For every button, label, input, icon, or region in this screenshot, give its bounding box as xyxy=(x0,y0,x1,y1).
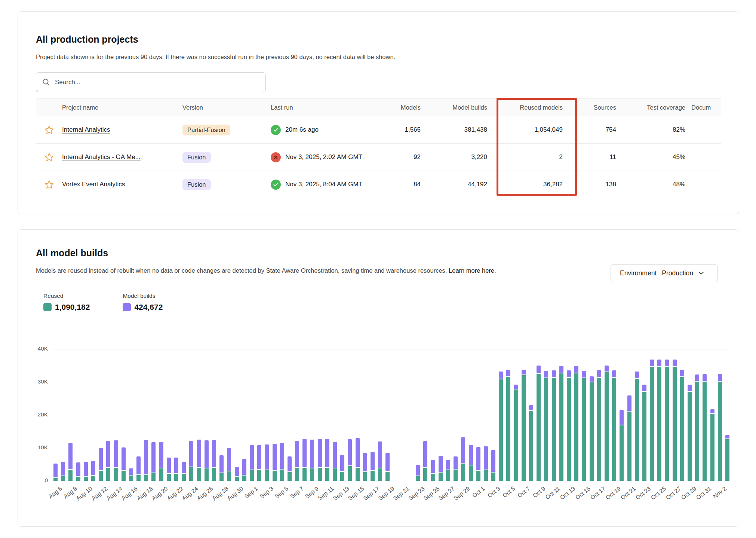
bar-segment-builds xyxy=(650,360,654,366)
bar-segment-builds xyxy=(491,450,495,472)
reused-models-count: 2 xyxy=(493,153,569,161)
bar-segment-reused xyxy=(378,468,382,481)
version-badge: Fusion xyxy=(182,152,211,163)
bar-segment-builds xyxy=(189,441,193,467)
bar-segment-reused xyxy=(227,471,231,481)
favorite-star-button[interactable] xyxy=(36,152,62,162)
reused-models-count: 36,282 xyxy=(493,181,569,188)
bar-segment-reused xyxy=(53,478,58,481)
project-search[interactable] xyxy=(36,72,266,92)
bar-segment-reused xyxy=(499,379,503,481)
bar-segment-builds xyxy=(310,440,314,468)
x-axis-tick: Aug 20 xyxy=(90,485,165,492)
bar-segment-reused xyxy=(597,378,601,481)
model-builds-count: 3,220 xyxy=(427,153,493,161)
bar-segment-builds xyxy=(612,370,616,377)
test-coverage-value: 48% xyxy=(622,181,691,188)
bar-segment-builds xyxy=(182,462,186,473)
x-axis-tick: Aug 6 xyxy=(18,485,59,492)
x-axis-tick: Sep 9 xyxy=(241,485,316,492)
bar-segment-reused xyxy=(212,468,216,481)
bar-segment-builds xyxy=(205,440,209,468)
model-builds-count: 381,438 xyxy=(427,126,493,134)
bar-segment-reused xyxy=(469,465,473,481)
sources-count: 11 xyxy=(569,153,622,161)
x-axis-tick: Aug 22 xyxy=(105,485,180,492)
favorite-star-button[interactable] xyxy=(36,180,62,190)
table-row: Vortex Event Analytics Fusion Nov 3, 202… xyxy=(36,171,721,198)
bar-segment-reused xyxy=(514,389,518,481)
bar-segment-builds xyxy=(340,455,344,471)
bar-segment-builds xyxy=(522,370,526,375)
projects-card-title: All production projects xyxy=(36,34,138,45)
x-axis-tick: Aug 8 xyxy=(18,485,74,492)
bar-segment-builds xyxy=(718,374,722,381)
model-builds-card: All model builds Models are reused inste… xyxy=(18,229,739,527)
x-axis-tick: Sep 23 xyxy=(347,485,422,492)
bar-segment-builds xyxy=(552,370,556,377)
bar-segment-builds xyxy=(242,459,246,475)
models-count: 92 xyxy=(387,153,427,161)
bar-segment-reused xyxy=(189,467,193,481)
bar-segment-builds xyxy=(136,456,141,474)
x-axis-tick: Aug 12 xyxy=(30,485,105,492)
bar-segment-reused xyxy=(567,378,571,481)
x-axis-tick: Sep 5 xyxy=(211,485,286,492)
bar-segment-reused xyxy=(348,466,352,481)
models-count: 1,565 xyxy=(387,126,427,134)
x-axis-tick: Oct 13 xyxy=(498,485,572,492)
bar-segment-reused xyxy=(703,382,707,481)
bar-segment-builds xyxy=(114,440,118,467)
bar-segment-builds xyxy=(590,376,594,382)
bar-segment-reused xyxy=(325,468,329,481)
bar-segment-builds xyxy=(250,445,254,470)
bar-segment-reused xyxy=(144,475,148,481)
bar-segment-reused xyxy=(385,472,390,481)
stacked-bar-chart: 010K20K30K40KAug 6Aug 8Aug 10Aug 12Aug 1… xyxy=(18,230,739,526)
star-icon xyxy=(44,180,54,190)
x-axis-tick: Oct 5 xyxy=(437,485,512,492)
bar-segment-reused xyxy=(688,392,692,481)
project-link[interactable]: Internal Analytics xyxy=(62,126,110,133)
bar-segment-reused xyxy=(106,468,110,481)
x-axis-tick: Oct 19 xyxy=(543,485,618,492)
col-documentation: Docum xyxy=(691,104,721,111)
bar-segment-builds xyxy=(122,447,126,470)
bar-segment-reused xyxy=(612,378,616,481)
bar-segment-reused xyxy=(491,473,495,481)
bar-segment-reused xyxy=(280,470,284,481)
bar-segment-builds xyxy=(325,439,329,467)
last-run-time: Nov 3, 2025, 2:02 AM GMT xyxy=(285,153,362,161)
bar-segment-builds xyxy=(431,460,435,473)
bar-segment-reused xyxy=(620,425,624,481)
bar-segment-builds xyxy=(235,467,239,476)
bar-segment-builds xyxy=(416,465,420,476)
table-row: Internal Analytics Partial-Fusion 20m 6s… xyxy=(36,116,721,144)
project-link[interactable]: Vortex Event Analytics xyxy=(62,181,125,188)
success-status-icon xyxy=(271,180,281,190)
bar-segment-builds xyxy=(446,460,450,470)
bar-segment-builds xyxy=(273,444,277,470)
bar-segment-builds xyxy=(499,372,503,379)
bar-segment-builds xyxy=(280,443,284,469)
search-input[interactable] xyxy=(55,79,259,86)
bar-segment-reused xyxy=(371,471,375,481)
bar-segment-builds xyxy=(680,370,684,376)
bar-segment-builds xyxy=(356,438,360,467)
bar-segment-builds xyxy=(688,385,692,391)
bar-segment-reused xyxy=(627,412,631,481)
col-sources: Sources xyxy=(569,104,622,111)
favorite-star-button[interactable] xyxy=(36,125,62,135)
bar-segment-builds xyxy=(657,360,661,366)
bar-segment-reused xyxy=(718,382,722,481)
y-axis-tick: 30K xyxy=(25,378,48,385)
bar-segment-reused xyxy=(544,378,548,481)
bar-segment-builds xyxy=(537,366,541,373)
bar-segment-builds xyxy=(582,371,586,377)
project-link[interactable]: Internal Analytics - GA Me... xyxy=(62,153,141,161)
col-version: Version xyxy=(182,104,271,111)
x-axis-tick: Oct 25 xyxy=(588,485,663,492)
x-axis-tick: Sep 7 xyxy=(226,485,301,492)
x-axis-tick: Sep 29 xyxy=(392,485,467,492)
bar-segment-builds xyxy=(106,441,110,467)
